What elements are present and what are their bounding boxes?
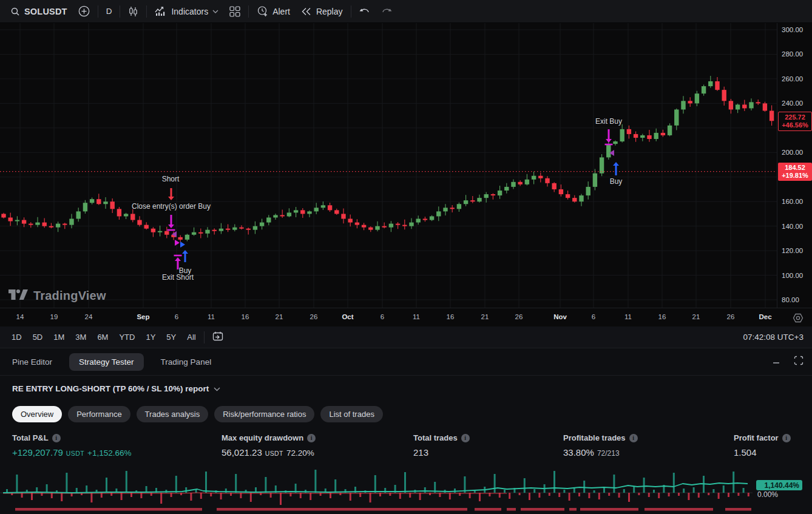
time-tick-label: 16 [242,313,249,320]
symbol-search-button[interactable]: SOLUSDT [5,3,73,20]
clock-timezone[interactable]: 07:42:08 UTC+3 [743,333,804,342]
timeframe-divider [204,331,205,343]
candle-body [375,226,379,230]
trade-pnl-bar [618,493,620,498]
axis-settings-gear-icon[interactable] [793,313,804,326]
equity-chart-canvas[interactable] [0,466,812,514]
candle-body [110,201,115,209]
candle-body [484,194,489,198]
trade-pnl-bar [160,493,162,504]
candle-body [192,232,196,235]
stat-profit-factor: Profit factori1.504 [734,433,791,458]
report-tab-list-of-trades[interactable]: List of trades [320,406,382,422]
candle-body [708,81,712,86]
chart-pane[interactable]: ShortClose entry(s) order BuyBuyExit Sho… [0,23,812,326]
report-tab-overview[interactable]: Overview [12,406,62,422]
range-button-1y[interactable]: 1Y [140,330,161,344]
drawdown-segment [580,508,638,511]
candle-body [130,214,135,220]
candle-body [736,104,740,109]
range-button-5y[interactable]: 5Y [161,330,181,344]
grid-templates-icon [229,6,240,17]
time-tick-label: 11 [413,313,420,320]
chart-style-button[interactable] [123,3,144,20]
panel-tab-strategy-tester[interactable]: Strategy Tester [69,353,144,371]
trade-pnl-bar [404,472,406,493]
drawdown-segment [569,508,577,511]
trade-pnl-bar [563,490,565,493]
redo-button[interactable] [376,3,398,20]
range-button-1m[interactable]: 1M [48,330,70,344]
trade-pnl-bar [698,493,700,498]
trade-marker-label: Exit Buy [595,117,622,126]
time-tick-label: Nov [553,313,567,320]
panel-tab-trading-panel[interactable]: Trading Panel [161,353,212,371]
candle-body [29,224,33,225]
range-button-1d[interactable]: 1D [6,330,27,344]
candle-body [661,133,665,135]
trade-pnl-bar [454,489,456,493]
info-icon[interactable]: i [782,434,791,442]
candlestick-chart[interactable]: ShortClose entry(s) order BuyBuyExit Sho… [0,23,777,308]
info-icon[interactable]: i [629,434,638,442]
price-axis[interactable]: 300.00280.00260.00240.00200.00160.00140.… [777,23,812,308]
indicator-templates-button[interactable] [224,3,246,20]
panel-tab-pine-editor[interactable]: Pine Editor [12,353,52,371]
trade-pnl-bar [494,474,496,493]
candle-body [593,174,597,187]
trade-arrow-head [168,197,174,200]
candle-body [22,220,26,224]
range-button-6m[interactable]: 6M [92,330,113,344]
trade-pnl-bar [314,470,316,493]
compare-add-symbol-button[interactable] [73,3,95,20]
candle-body [8,217,13,221]
trade-pnl-bar [594,490,595,493]
candle-body [436,211,441,216]
candle-body [164,231,169,235]
time-axis[interactable]: 141924Sep611162126Oct611162126Nov6111621… [0,308,812,326]
replay-button[interactable]: Replay [296,3,348,20]
trade-marker-label: Close entry(s) order Buy [132,202,211,211]
trade-pnl-bar [693,487,695,493]
alert-button[interactable]: Alert [251,3,296,20]
trade-arrow-head [175,257,181,261]
candle-body [681,101,685,109]
range-button-5d[interactable]: 5D [27,330,49,344]
candle-body [627,129,631,134]
report-tab-performance[interactable]: Performance [68,406,130,422]
tradingview-logo-text: TradingView [33,289,106,303]
trade-pnl-bar [653,490,655,493]
tradingview-logo-icon [8,286,28,305]
candle-body [158,231,162,232]
time-tick-label: 21 [276,313,283,320]
undo-button[interactable] [354,3,376,20]
maximize-panel-icon[interactable] [794,356,804,365]
candle-body [402,225,407,226]
equity-final-badge: 1,140.44% [756,480,802,490]
report-tab-risk-performance-ratios[interactable]: Risk/performance ratios [214,406,314,422]
trade-pnl-bar [638,493,640,495]
trade-pnl-bar [628,493,630,502]
chevron-down-icon [214,383,220,394]
report-tab-trades-analysis[interactable]: Trades analysis [137,406,209,422]
info-icon[interactable]: i [461,434,470,442]
candle-body [355,223,359,225]
info-icon[interactable]: i [52,434,61,442]
report-selector[interactable]: RE ENTRY LONG-SHORT (TP 60% / SL 10%) re… [12,383,220,394]
go-to-date-button[interactable] [207,329,229,345]
interval-button[interactable]: D [101,3,118,20]
trade-pnl-bar [538,493,540,498]
range-button-3m[interactable]: 3M [70,330,92,344]
info-icon[interactable]: i [307,434,316,442]
indicators-button[interactable]: Indicators [149,3,224,20]
plus-circle-icon [78,5,90,17]
trade-pnl-bar [748,493,749,496]
timeframe-bar: 1D5D1M3M6MYTD1Y5YAll 07:42:08 UTC+3 [0,326,812,348]
candle-body [545,178,549,183]
equity-mini-chart[interactable]: 1,140.44% 0.00% [0,466,812,514]
range-button-all[interactable]: All [181,330,201,344]
stat-label: Profit factori [734,433,791,442]
trade-pnl-bar [688,493,689,500]
range-button-ytd[interactable]: YTD [113,330,140,344]
minimize-panel-icon[interactable] [772,356,780,365]
